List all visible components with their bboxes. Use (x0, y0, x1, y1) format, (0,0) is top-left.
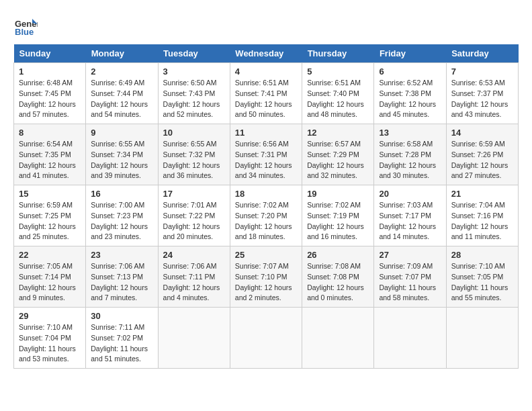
day-number: 13 (379, 128, 441, 138)
daylight-text: Daylight: 12 hours and 30 minutes. (379, 161, 436, 180)
logo: General Blue (13, 13, 42, 38)
sunset-text: Sunset: 7:40 PM (307, 89, 359, 97)
table-row: 13 Sunrise: 6:58 AM Sunset: 7:28 PM Dayl… (374, 124, 446, 185)
sunrise-text: Sunrise: 7:10 AM (19, 323, 73, 331)
sunset-text: Sunset: 7:45 PM (19, 89, 71, 97)
sunset-text: Sunset: 7:02 PM (91, 334, 143, 342)
daylight-text: Daylight: 12 hours and 14 minutes. (379, 222, 436, 241)
sunrise-text: Sunrise: 7:01 AM (163, 201, 217, 209)
sunrise-text: Sunrise: 6:55 AM (163, 140, 217, 148)
day-number: 25 (235, 250, 297, 260)
calendar-table: Sunday Monday Tuesday Wednesday Thursday… (13, 44, 519, 369)
day-number: 8 (19, 128, 81, 138)
day-number: 20 (379, 189, 441, 199)
daylight-text: Daylight: 12 hours and 23 minutes. (91, 222, 148, 241)
daylight-text: Daylight: 12 hours and 2 minutes. (235, 283, 292, 302)
daylight-text: Daylight: 11 hours and 53 minutes. (19, 345, 76, 363)
daylight-text: Daylight: 12 hours and 9 minutes. (19, 283, 76, 302)
day-number: 16 (91, 189, 152, 199)
sunset-text: Sunset: 7:10 PM (235, 273, 287, 281)
calendar-week-row: 22 Sunrise: 7:05 AM Sunset: 7:14 PM Dayl… (14, 246, 519, 308)
daylight-text: Daylight: 12 hours and 18 minutes. (235, 222, 292, 241)
sunrise-text: Sunrise: 6:52 AM (379, 79, 433, 87)
daylight-text: Daylight: 12 hours and 45 minutes. (379, 100, 436, 119)
table-row: 30 Sunrise: 7:11 AM Sunset: 7:02 PM Dayl… (86, 308, 158, 369)
sunset-text: Sunset: 7:20 PM (235, 212, 287, 220)
table-row (302, 308, 374, 369)
table-row: 2 Sunrise: 6:49 AM Sunset: 7:44 PM Dayli… (86, 63, 158, 124)
sunset-text: Sunset: 7:22 PM (163, 212, 216, 220)
sunrise-text: Sunrise: 6:58 AM (379, 140, 433, 148)
sunrise-text: Sunrise: 6:53 AM (451, 79, 505, 87)
svg-text:Blue: Blue (15, 27, 34, 37)
day-number: 2 (91, 66, 152, 77)
table-row: 7 Sunrise: 6:53 AM Sunset: 7:37 PM Dayli… (446, 63, 518, 124)
sunrise-text: Sunrise: 6:59 AM (19, 201, 73, 209)
sunrise-text: Sunrise: 6:51 AM (307, 79, 361, 87)
sunrise-text: Sunrise: 7:08 AM (307, 262, 361, 270)
day-number: 21 (451, 189, 513, 199)
day-number: 4 (235, 66, 297, 77)
col-sunday: Sunday (14, 44, 86, 63)
daylight-text: Daylight: 12 hours and 4 minutes. (163, 283, 220, 302)
sunrise-text: Sunrise: 7:04 AM (451, 201, 505, 209)
day-number: 24 (163, 250, 225, 260)
page-header: General Blue (13, 13, 519, 38)
sunrise-text: Sunrise: 6:55 AM (91, 140, 144, 148)
table-row (230, 308, 302, 369)
sunset-text: Sunset: 7:28 PM (379, 150, 431, 158)
daylight-text: Daylight: 12 hours and 43 minutes. (451, 100, 508, 119)
sunset-text: Sunset: 7:29 PM (307, 150, 359, 158)
table-row: 1 Sunrise: 6:48 AM Sunset: 7:45 PM Dayli… (14, 63, 86, 124)
daylight-text: Daylight: 12 hours and 0 minutes. (307, 283, 364, 302)
table-row: 25 Sunrise: 7:07 AM Sunset: 7:10 PM Dayl… (230, 246, 302, 308)
day-number: 10 (163, 128, 225, 138)
table-row: 15 Sunrise: 6:59 AM Sunset: 7:25 PM Dayl… (14, 185, 86, 246)
sunset-text: Sunset: 7:16 PM (451, 212, 504, 220)
sunset-text: Sunset: 7:37 PM (451, 89, 504, 97)
sunset-text: Sunset: 7:13 PM (91, 273, 143, 281)
col-wednesday: Wednesday (230, 44, 302, 63)
daylight-text: Daylight: 12 hours and 16 minutes. (307, 222, 364, 241)
table-row: 21 Sunrise: 7:04 AM Sunset: 7:16 PM Dayl… (446, 185, 518, 246)
table-row: 11 Sunrise: 6:56 AM Sunset: 7:31 PM Dayl… (230, 124, 302, 185)
table-row: 10 Sunrise: 6:55 AM Sunset: 7:32 PM Dayl… (158, 124, 230, 185)
day-number: 23 (91, 250, 152, 260)
table-row: 23 Sunrise: 7:06 AM Sunset: 7:13 PM Dayl… (86, 246, 158, 308)
daylight-text: Daylight: 12 hours and 25 minutes. (19, 222, 76, 241)
day-number: 17 (163, 189, 225, 199)
sunrise-text: Sunrise: 6:49 AM (91, 79, 144, 87)
sunset-text: Sunset: 7:34 PM (91, 150, 143, 158)
sunset-text: Sunset: 7:19 PM (307, 212, 359, 220)
sunrise-text: Sunrise: 7:10 AM (451, 262, 505, 270)
day-number: 14 (451, 128, 513, 138)
day-number: 6 (379, 66, 441, 77)
sunset-text: Sunset: 7:08 PM (307, 273, 359, 281)
daylight-text: Daylight: 12 hours and 32 minutes. (307, 161, 364, 180)
sunset-text: Sunset: 7:04 PM (19, 334, 71, 342)
calendar-header-row: Sunday Monday Tuesday Wednesday Thursday… (14, 44, 519, 63)
day-number: 26 (307, 250, 369, 260)
table-row: 17 Sunrise: 7:01 AM Sunset: 7:22 PM Dayl… (158, 185, 230, 246)
day-number: 22 (19, 250, 81, 260)
day-number: 11 (235, 128, 297, 138)
daylight-text: Daylight: 12 hours and 20 minutes. (163, 222, 220, 241)
day-number: 27 (379, 250, 441, 260)
sunset-text: Sunset: 7:05 PM (451, 273, 504, 281)
sunrise-text: Sunrise: 6:50 AM (163, 79, 217, 87)
daylight-text: Daylight: 12 hours and 34 minutes. (235, 161, 292, 180)
table-row: 22 Sunrise: 7:05 AM Sunset: 7:14 PM Dayl… (14, 246, 86, 308)
table-row: 4 Sunrise: 6:51 AM Sunset: 7:41 PM Dayli… (230, 63, 302, 124)
sunrise-text: Sunrise: 7:11 AM (91, 323, 144, 331)
daylight-text: Daylight: 11 hours and 55 minutes. (451, 283, 508, 302)
sunrise-text: Sunrise: 7:03 AM (379, 201, 433, 209)
calendar-week-row: 29 Sunrise: 7:10 AM Sunset: 7:04 PM Dayl… (14, 308, 519, 369)
day-number: 19 (307, 189, 369, 199)
col-tuesday: Tuesday (158, 44, 230, 63)
day-number: 30 (91, 311, 152, 321)
sunrise-text: Sunrise: 6:59 AM (451, 140, 505, 148)
col-thursday: Thursday (302, 44, 374, 63)
day-number: 7 (451, 66, 513, 77)
sunset-text: Sunset: 7:41 PM (235, 89, 287, 97)
sunrise-text: Sunrise: 6:48 AM (19, 79, 73, 87)
